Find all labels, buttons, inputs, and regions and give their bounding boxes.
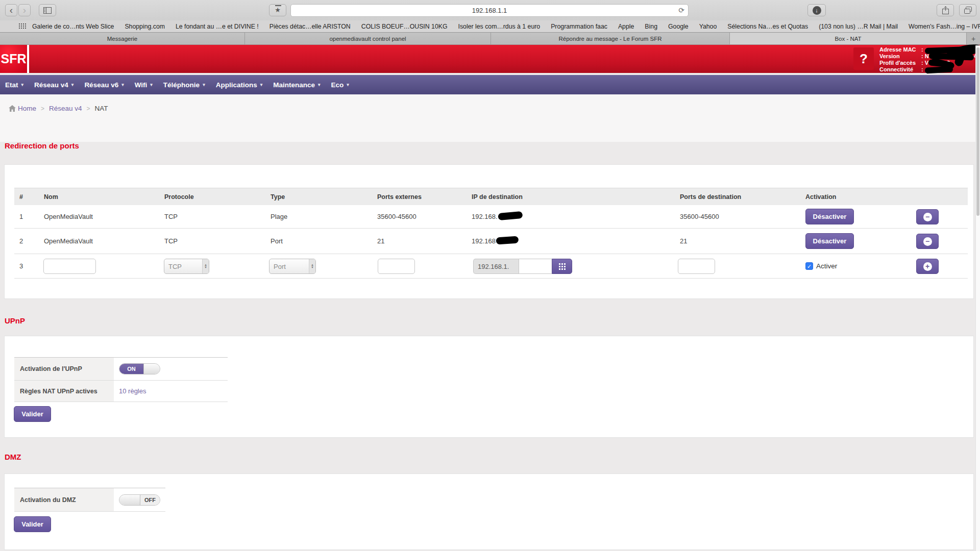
ip-picker-button[interactable]	[552, 259, 572, 274]
sidebar-icon	[43, 7, 52, 14]
select-arrows-icon: ▲▼	[309, 259, 315, 273]
activate-checkbox[interactable]: ✓	[805, 262, 813, 270]
port-forwarding-panel: # Nom Protocole Type Ports externes IP d…	[4, 164, 974, 299]
upnp-rules-value: 10 règles	[114, 381, 228, 402]
logo-separator	[27, 45, 29, 73]
redaction-scribble	[498, 211, 523, 220]
nav-item-wifi[interactable]: Wifi▾	[135, 81, 153, 89]
remove-rule-button[interactable]: −	[916, 209, 939, 224]
ip-prefix: 192.168.1.	[473, 259, 519, 274]
select-arrows-icon: ▲▼	[202, 259, 209, 273]
back-button[interactable]: ‹	[5, 4, 17, 16]
tab-box-nat-active[interactable]: Box - NAT	[730, 33, 967, 44]
row-number: 1	[19, 205, 23, 228]
star-icon: ★	[275, 8, 281, 13]
bookmark-item[interactable]: (103 non lus) …R Mail | Mail	[819, 23, 898, 30]
info-label: Profil d'accès	[879, 60, 921, 66]
bookmark-item[interactable]: Apple	[618, 23, 634, 30]
upnp-activation-label: Activation de l'UPnP	[14, 358, 114, 380]
upnp-rules-link[interactable]: 10 règles	[119, 387, 146, 395]
bookmark-item[interactable]: COLIS BOEUF…OUSIN 10KG	[361, 23, 448, 30]
type-select[interactable]: Port ▲▼	[269, 259, 316, 274]
nav-item-reseau-v4[interactable]: Réseau v4▾	[34, 81, 74, 89]
downloads-button[interactable]: ↓	[807, 4, 826, 16]
bookmark-item[interactable]: Women's Fash…ing – IVRose	[909, 23, 980, 30]
nav-item-telephonie[interactable]: Téléphonie▾	[163, 81, 205, 89]
chevron-down-icon: ▾	[71, 82, 74, 87]
dest-ip-group: 192.168.1.	[473, 259, 572, 274]
download-icon: ↓	[813, 6, 821, 15]
scrollbar-thumb[interactable]	[976, 47, 979, 216]
nav-item-applications[interactable]: Applications▾	[216, 81, 263, 89]
bookmark-item[interactable]: Programmation faac	[551, 23, 607, 30]
sidebar-button[interactable]	[39, 4, 56, 16]
minus-icon: −	[923, 213, 932, 221]
tab-forum-sfr[interactable]: Répondre au message - Le Forum SFR	[491, 33, 730, 44]
sfr-logo: SFR	[0, 45, 27, 73]
deactivate-button[interactable]: Désactiver	[805, 209, 854, 224]
chevron-down-icon: ▾	[21, 82, 24, 87]
redaction-scribble	[496, 236, 519, 244]
page-scrollbar[interactable]	[975, 45, 980, 551]
chevron-down-icon: ▾	[121, 82, 124, 87]
row-number: 2	[19, 229, 23, 254]
chevron-down-icon: ▾	[347, 82, 349, 87]
rule-dest-ip: 192.168.	[472, 205, 523, 228]
rule-dest-ports: 21	[680, 229, 687, 254]
bookmark-item[interactable]: Bing	[645, 23, 657, 30]
breadcrumb-home-link[interactable]: Home	[18, 105, 36, 112]
rule-dest-ports: 35600-45600	[680, 205, 719, 228]
share-button[interactable]	[937, 4, 954, 16]
breadcrumb-separator: >	[87, 105, 90, 112]
tab-messagerie[interactable]: Messagerie	[0, 33, 245, 44]
remove-rule-button[interactable]: −	[916, 234, 939, 249]
tab-openmediavault[interactable]: openmediavault control panel	[245, 33, 491, 44]
tab-bar: Messagerie openmediavault control panel …	[0, 32, 980, 45]
nav-item-reseau-v6[interactable]: Réseau v6▾	[84, 81, 124, 89]
column-header: Nom	[44, 188, 58, 205]
upnp-submit-button[interactable]: Valider	[14, 406, 51, 422]
deactivate-button[interactable]: Désactiver	[805, 233, 854, 249]
column-header: Protocole	[164, 188, 194, 205]
ip-picker-grid-icon	[559, 263, 566, 270]
bookmark-item[interactable]: Sélections Na…es et Quotas	[727, 23, 808, 30]
dmz-submit-button[interactable]: Valider	[14, 516, 51, 532]
dmz-activation-label: Activation du DMZ	[14, 488, 114, 511]
add-rule-button[interactable]: +	[916, 259, 939, 274]
dmz-panel: Activation du DMZ OFF Valider	[4, 473, 974, 550]
dmz-toggle-off[interactable]: OFF	[119, 494, 160, 506]
bookmark-item[interactable]: Pièces détac…elle ARISTON	[270, 23, 351, 30]
favorites-button[interactable]: ★	[269, 4, 286, 16]
forward-button[interactable]: ›	[18, 4, 31, 16]
column-header: Ports externes	[377, 188, 422, 205]
nav-item-etat[interactable]: Etat▾	[5, 81, 23, 89]
bookmarks-bar: Galerie de co…nts Web Slice Shopping.com…	[0, 20, 980, 33]
nav-item-eco[interactable]: Eco▾	[331, 81, 349, 89]
table-header-row: # Nom Protocole Type Ports externes IP d…	[14, 188, 968, 205]
tab-overview-button[interactable]	[959, 4, 976, 16]
bookmark-item[interactable]: Galerie de co…nts Web Slice	[32, 23, 114, 30]
dmz-activation-value: OFF	[114, 488, 165, 511]
breadcrumb-section-link[interactable]: Réseau v4	[49, 105, 82, 112]
reload-icon[interactable]: ⟳	[678, 6, 684, 14]
bookmark-item[interactable]: Isoler les com…rdus à 1 euro	[458, 23, 541, 30]
bookmark-item[interactable]: Yahoo	[699, 23, 717, 30]
new-tab-button[interactable]: +	[967, 33, 980, 44]
toggle-knob	[143, 364, 160, 374]
url-bar[interactable]: 192.168.1.1 ⟳	[290, 4, 689, 17]
dest-ip-input[interactable]	[519, 259, 552, 274]
help-button[interactable]: ?	[853, 47, 874, 70]
new-rule-ext-ports-input[interactable]	[378, 259, 415, 274]
column-header: Activation	[805, 188, 836, 205]
nav-item-maintenance[interactable]: Maintenance▾	[273, 81, 320, 89]
bookmark-item[interactable]: Shopping.com	[125, 23, 165, 30]
rule-name: OpenMediaVault	[44, 205, 93, 228]
protocol-select[interactable]: TCP ▲▼	[164, 259, 209, 274]
bookmark-item[interactable]: Google	[668, 23, 689, 30]
bookmark-item[interactable]: Le fondant au …e et DIVINE !	[176, 23, 259, 30]
breadcrumb-current: NAT	[95, 105, 108, 112]
new-rule-name-input[interactable]	[43, 259, 96, 274]
upnp-toggle-on[interactable]: ON	[119, 363, 160, 374]
new-rule-dest-ports-input[interactable]	[678, 259, 715, 274]
toggle-knob	[119, 495, 140, 505]
